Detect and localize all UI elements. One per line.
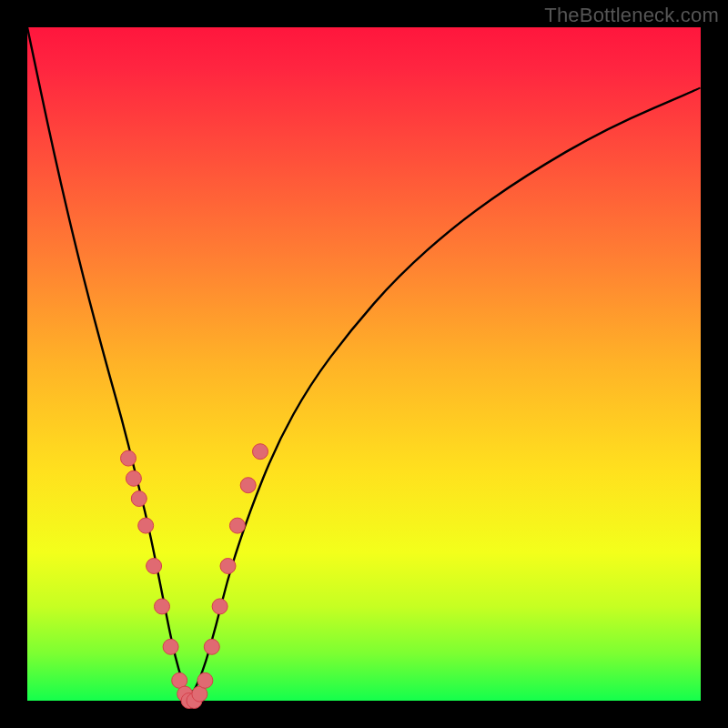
marker-dot [240, 478, 256, 493]
marker-dot [131, 491, 147, 507]
marker-dot [163, 639, 178, 654]
bottleneck-curve [27, 27, 701, 693]
plot-area [27, 27, 701, 701]
marker-dot [253, 444, 268, 460]
marker-dot [138, 518, 154, 533]
marker-dot [204, 639, 219, 654]
marker-dot [212, 599, 228, 614]
marker-dot [147, 559, 162, 574]
marker-dot [229, 518, 245, 533]
watermark-text: TheBottleneck.com [544, 4, 719, 27]
marker-dot [126, 470, 141, 486]
marker-dot [155, 599, 170, 614]
chart-svg [27, 27, 701, 701]
marker-dot [121, 450, 136, 466]
chart-stage: TheBottleneck.com [0, 0, 728, 728]
marker-dot [220, 559, 236, 574]
bottleneck-markers [121, 444, 268, 709]
marker-dot [197, 672, 213, 688]
